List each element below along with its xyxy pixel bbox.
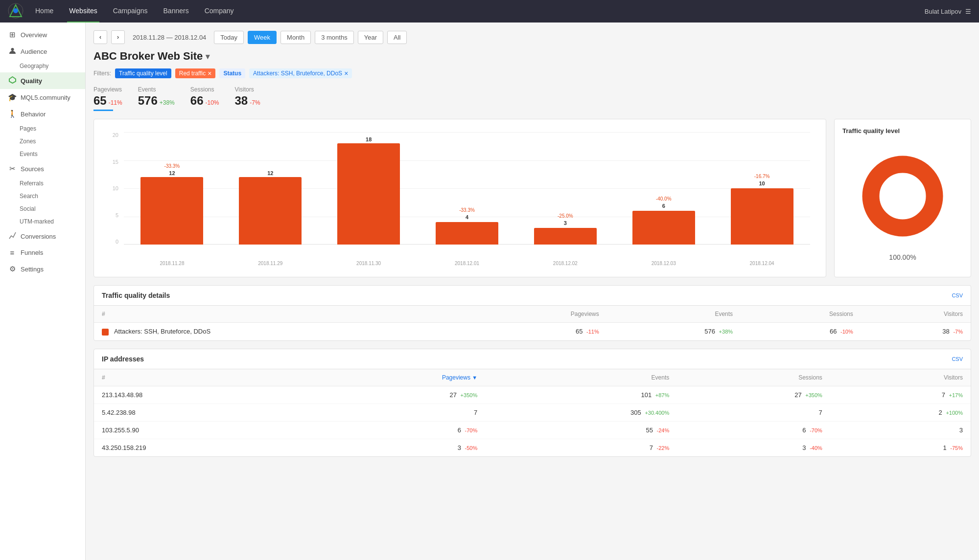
sidebar-item-mql5[interactable]: 🎓 MQL5.community <box>0 89 85 106</box>
table-row: Attackers: SSH, Bruteforce, DDoS 65 -11%… <box>94 323 971 340</box>
bar-group-4: -25.0% 3 <box>517 132 613 245</box>
th-pageviews: Pageviews <box>473 306 607 323</box>
td-ip-pageviews-0: 27 +350% <box>305 386 486 403</box>
donut-chart <box>859 152 947 242</box>
sidebar-item-sources[interactable]: ✂ Sources <box>0 160 85 177</box>
x-label-0: 2018.11.28 <box>124 261 220 266</box>
status-filter-remove[interactable]: × <box>344 70 348 77</box>
overview-icon: ⊞ <box>8 30 17 39</box>
sidebar-label-zones: Zones <box>20 138 36 145</box>
bar-group-0: -33.3% 12 <box>124 132 220 245</box>
ip-csv-link[interactable]: CSV <box>952 356 963 362</box>
stat-events-change: +38% <box>160 99 175 106</box>
y-label-15: 15 <box>102 159 121 165</box>
sidebar-label-search: Search <box>20 193 38 200</box>
table-row: 213.143.48.98 27 +350% 101 +87% 27 +350% <box>94 386 971 403</box>
audience-icon <box>8 47 17 56</box>
status-filter-tag[interactable]: Attackers: SSH, Bruteforce, DDoS × <box>249 68 352 78</box>
filter-red-traffic-remove[interactable]: × <box>208 70 211 77</box>
filter-label: Filters: <box>93 70 111 77</box>
donut-title: Traffic quality level <box>842 127 900 134</box>
bar-group-2: 18 <box>321 132 417 245</box>
site-dropdown-icon[interactable]: ▾ <box>206 52 210 61</box>
period-week[interactable]: Week <box>248 31 277 44</box>
td-ip-visitors-0: 7 +17% <box>830 386 971 403</box>
td-ip-visitors-1: 2 +100% <box>830 403 971 421</box>
sidebar-item-referrals[interactable]: Referrals <box>0 177 85 190</box>
x-label-5: 2018.12.03 <box>615 261 712 266</box>
ip-th-pageviews[interactable]: Pageviews ▼ <box>305 369 486 386</box>
bar-value-0: 12 <box>169 170 175 176</box>
td-ip-sessions-2: 6 -70% <box>677 421 830 439</box>
sidebar-item-events[interactable]: Events <box>0 148 85 160</box>
stat-pageviews-underline <box>93 110 113 111</box>
sidebar-item-social[interactable]: Social <box>0 202 85 215</box>
user-menu-icon[interactable]: ☰ <box>965 8 971 15</box>
donut-chart-container: Traffic quality level 100.00% <box>834 119 971 277</box>
prev-button[interactable]: ‹ <box>93 30 107 44</box>
svg-point-2 <box>13 8 18 13</box>
nav-websites[interactable]: Websites <box>67 0 99 22</box>
sidebar-item-quality[interactable]: Quality <box>0 72 85 89</box>
bar-group-6: -16.7% 10 <box>714 132 810 245</box>
stats-row: Pageviews 65 -11% Events 576 +38% Sessio… <box>93 86 971 111</box>
bar-label-4: -25.0% <box>558 213 573 219</box>
sidebar-label-geography: Geography <box>20 63 48 69</box>
bar-label-3: -33.3% <box>459 207 475 213</box>
row-indicator <box>102 329 109 336</box>
td-pageviews-0: 65 -11% <box>473 323 607 340</box>
sidebar-label-conversions: Conversions <box>21 233 56 240</box>
sidebar: ⊞ Overview Audience Geography Quality 🎓 … <box>0 22 86 560</box>
filter-quality-text: Traffic quality level <box>119 70 167 77</box>
site-title: ABC Broker Web Site ▾ <box>93 50 971 63</box>
period-3months[interactable]: 3 months <box>315 31 353 44</box>
nav-banners[interactable]: Banners <box>162 0 191 22</box>
donut-percentage: 100.00% <box>889 253 916 261</box>
sidebar-item-behavior[interactable]: 🚶 Behavior <box>0 106 85 122</box>
filter-red-traffic-text: Red traffic <box>179 70 206 77</box>
status-label: Status <box>219 68 245 78</box>
stat-pageviews-label: Pageviews <box>93 86 122 93</box>
settings-icon: ⚙ <box>8 265 17 273</box>
status-filter-text: Attackers: SSH, Bruteforce, DDoS <box>253 70 342 77</box>
period-all[interactable]: All <box>387 31 407 44</box>
sidebar-label-overview: Overview <box>21 31 47 39</box>
sidebar-item-audience[interactable]: Audience <box>0 43 85 60</box>
quality-icon <box>8 76 17 85</box>
table-row: 5.42.238.98 7 305 +30.400% 7 2 <box>94 403 971 421</box>
sidebar-item-zones[interactable]: Zones <box>0 135 85 148</box>
x-label-4: 2018.12.02 <box>517 261 613 266</box>
period-month[interactable]: Month <box>280 31 311 44</box>
filter-quality-tag[interactable]: Traffic quality level <box>115 68 171 78</box>
nav-home[interactable]: Home <box>33 0 55 22</box>
y-label-0: 0 <box>102 239 121 245</box>
sidebar-item-settings[interactable]: ⚙ Settings <box>0 261 85 277</box>
filter-red-traffic-tag[interactable]: Red traffic × <box>175 68 216 78</box>
period-today[interactable]: Today <box>214 31 244 44</box>
sidebar-item-utm[interactable]: UTM-marked <box>0 215 85 228</box>
td-ip-sessions-3: 3 -40% <box>677 439 830 456</box>
period-year[interactable]: Year <box>358 31 383 44</box>
td-events-0: 576 +38% <box>607 323 741 340</box>
nav-company[interactable]: Company <box>203 0 236 22</box>
td-ip-events-0: 101 +87% <box>485 386 677 403</box>
ip-table-header: IP addresses CSV <box>94 349 971 369</box>
top-nav: Home Websites Campaigns Banners Company … <box>0 0 979 22</box>
sidebar-item-conversions[interactable]: Conversions <box>0 228 85 245</box>
bar-chart-container: 20 15 10 5 0 <box>93 119 826 277</box>
sidebar-item-overview[interactable]: ⊞ Overview <box>0 26 85 43</box>
stat-visitors-change: -7% <box>250 99 260 106</box>
bar-value-5: 6 <box>662 203 665 209</box>
next-button[interactable]: › <box>111 30 125 44</box>
sidebar-item-funnels[interactable]: ≡ Funnels <box>0 245 85 261</box>
sidebar-item-search[interactable]: Search <box>0 190 85 202</box>
traffic-csv-link[interactable]: CSV <box>952 292 963 298</box>
td-sessions-0: 66 -10% <box>741 323 861 340</box>
stat-visitors-label: Visitors <box>235 86 260 93</box>
td-ip-pageviews-1: 7 <box>305 403 486 421</box>
td-ip-visitors-2: 3 <box>830 421 971 439</box>
sidebar-item-geography[interactable]: Geography <box>0 60 85 72</box>
sidebar-item-pages[interactable]: Pages <box>0 122 85 135</box>
th-visitors: Visitors <box>861 306 971 323</box>
nav-campaigns[interactable]: Campaigns <box>111 0 150 22</box>
